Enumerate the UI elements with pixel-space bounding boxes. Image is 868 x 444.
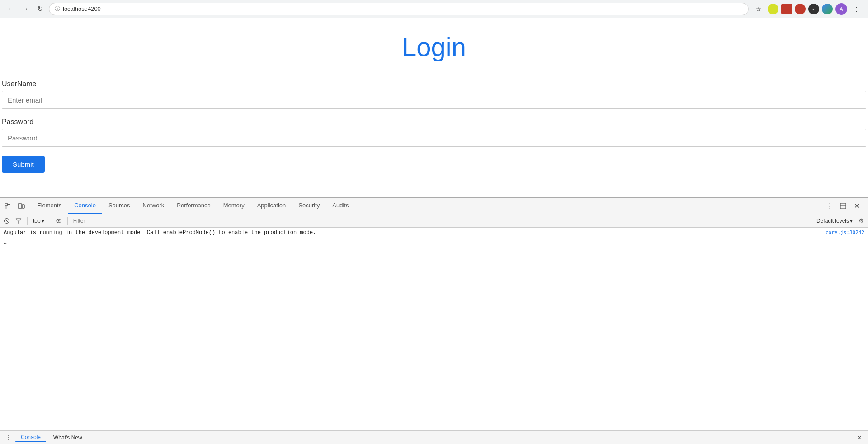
tab-security[interactable]: Security [292, 198, 326, 214]
tab-network[interactable]: Network [137, 198, 171, 214]
devtools-more-button[interactable]: ⋮ [824, 200, 835, 212]
url-text: localhost:4200 [63, 5, 101, 12]
forward-button[interactable]: → [20, 4, 31, 14]
svg-rect-4 [22, 205, 24, 208]
console-prompt: ► [0, 238, 868, 248]
separator-1 [27, 217, 28, 225]
ext-icon-4[interactable]: ∞ [808, 4, 819, 14]
bookmark-icon[interactable]: ☆ [752, 3, 765, 15]
console-log-message: Angular is running in the development mo… [0, 228, 868, 238]
username-label: UserName [2, 80, 866, 88]
chrome-menu-button[interactable]: ⋮ [850, 3, 863, 15]
devtools-toolbar: Elements Console Sources Network Perform… [0, 198, 868, 214]
svg-line-8 [5, 219, 9, 222]
devtools-taskbar: ⋮ Console What's New ✕ [0, 430, 868, 444]
taskbar-menu-button[interactable]: ⋮ [4, 433, 14, 443]
address-bar[interactable]: ⓘ localhost:4200 [49, 3, 749, 15]
svg-marker-9 [16, 219, 21, 223]
device-toggle-button[interactable] [15, 200, 27, 212]
inspect-element-button[interactable] [2, 200, 14, 212]
tab-audits[interactable]: Audits [326, 198, 355, 214]
tab-sources[interactable]: Sources [102, 198, 137, 214]
context-selector[interactable]: top ▾ [31, 216, 46, 226]
console-message-text: Angular is running in the development mo… [4, 229, 822, 236]
devtools-right-actions: ⋮ ✕ [820, 200, 866, 212]
devtools-undock-button[interactable] [837, 200, 849, 212]
taskbar-tab-whats-new[interactable]: What's New [48, 434, 88, 442]
tab-memory[interactable]: Memory [217, 198, 251, 214]
eye-button[interactable] [54, 216, 64, 226]
reload-button[interactable]: ↻ [34, 4, 45, 14]
back-button[interactable]: ← [5, 4, 16, 14]
password-field[interactable] [2, 129, 866, 147]
profile-avatar[interactable]: A [835, 3, 847, 15]
tab-console[interactable]: Console [68, 198, 102, 214]
ext-icon-1[interactable] [768, 4, 778, 14]
devtools-side-icons [2, 200, 31, 212]
devtools-tabs: Elements Console Sources Network Perform… [31, 198, 820, 214]
separator-2 [50, 217, 50, 225]
devtools-panel: Elements Console Sources Network Perform… [0, 197, 868, 430]
console-source-link[interactable]: core.js:30242 [826, 229, 864, 235]
svg-rect-5 [840, 203, 846, 209]
console-settings-button[interactable]: ⚙ [856, 216, 866, 226]
tab-elements[interactable]: Elements [31, 198, 68, 214]
default-levels-button[interactable]: Default levels ▾ [815, 216, 854, 226]
console-caret: ► [4, 240, 7, 246]
console-content: Angular is running in the development mo… [0, 228, 868, 430]
svg-rect-0 [5, 203, 7, 206]
toolbar-right: ☆ ∞ A ⋮ [752, 3, 863, 15]
page-title: Login [0, 32, 868, 62]
svg-rect-3 [18, 204, 22, 208]
tab-application[interactable]: Application [251, 198, 292, 214]
separator-3 [67, 217, 68, 225]
devtools-close-button[interactable]: ✕ [851, 200, 863, 212]
devtools-subtoolbar: top ▾ Default levels ▾ ⚙ [0, 214, 868, 228]
taskbar-tab-console[interactable]: Console [15, 433, 46, 442]
clear-console-button[interactable] [2, 216, 12, 226]
console-filter-input[interactable] [71, 216, 813, 226]
taskbar-close-button[interactable]: ✕ [854, 433, 864, 443]
email-field[interactable] [2, 91, 866, 109]
ext-icon-5[interactable] [822, 4, 833, 14]
login-form: UserName Password Submit [0, 80, 868, 173]
filter-toggle-button[interactable] [14, 216, 24, 226]
lock-icon: ⓘ [55, 5, 60, 13]
browser-chrome: ← → ↻ ⓘ localhost:4200 ☆ ∞ A ⋮ [0, 0, 868, 18]
ext-icon-2[interactable] [781, 4, 792, 14]
tab-performance[interactable]: Performance [170, 198, 217, 214]
password-label: Password [2, 118, 866, 126]
submit-button[interactable]: Submit [2, 156, 45, 173]
ext-icon-3[interactable] [795, 4, 806, 14]
svg-point-11 [58, 220, 59, 221]
